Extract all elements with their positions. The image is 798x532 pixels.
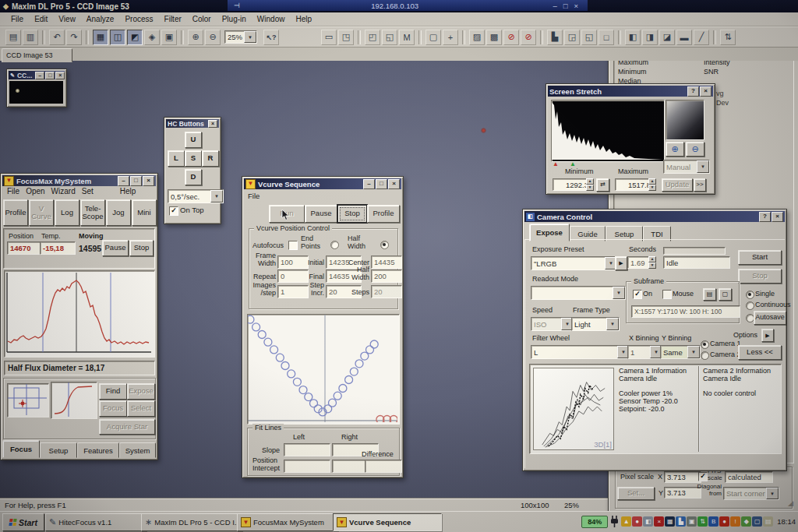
taskbar-task-1[interactable]: ✎HitecFocus v1.1 — [45, 513, 147, 531]
filter-wheel-combo[interactable]: L ▼ — [531, 345, 630, 359]
menu-window[interactable]: Window — [252, 14, 290, 24]
antivirus-shield-icon[interactable]: ▲ — [621, 516, 631, 527]
minimum-slider-marker[interactable]: ▲ — [553, 160, 559, 167]
vcurve-menu-file[interactable]: File — [248, 192, 260, 200]
page-flip-icon[interactable]: ◱ — [382, 30, 397, 45]
center-field[interactable]: 14435 — [371, 255, 402, 269]
page-copy-icon[interactable]: ◰ — [365, 30, 380, 45]
layer-back-icon[interactable]: ◱ — [581, 30, 597, 45]
seconds-spinner[interactable]: ▲▼ — [648, 256, 656, 269]
magnitude-icon[interactable]: M — [399, 30, 415, 45]
stop-button[interactable]: Stop — [738, 269, 782, 284]
signal-icon[interactable]: ▙ — [676, 516, 686, 527]
camera2-radio[interactable] — [701, 351, 709, 360]
close-icon[interactable]: × — [388, 179, 400, 189]
readout-mode-combo[interactable]: ▼ — [531, 286, 626, 300]
difference-field[interactable] — [365, 460, 402, 473]
taskbar-task-4[interactable]: ▼Vcurve Sequence — [333, 513, 442, 531]
flatten-icon[interactable]: ▬ — [676, 30, 692, 45]
maximize-icon[interactable]: □ — [45, 72, 55, 79]
stop-button[interactable]: Stop — [337, 205, 367, 223]
start-corner-combo[interactable]: Start corner ▼ — [723, 487, 779, 500]
vpn-icon[interactable]: ◆ — [741, 516, 751, 527]
fits-scale-checkbox[interactable]: ✓ — [698, 472, 708, 481]
histogram-icon[interactable]: ▙ — [547, 30, 563, 45]
night-vision-icon[interactable]: ◩ — [127, 30, 143, 45]
save-icon[interactable]: ▥ — [23, 30, 38, 45]
camera1-radio[interactable] — [701, 340, 709, 349]
minimize-icon[interactable]: – — [35, 72, 44, 79]
menu-analyze[interactable]: Analyze — [82, 14, 119, 24]
maximum-spinner[interactable]: ▲▼ — [648, 178, 656, 191]
pin-icon[interactable]: ⊣ — [234, 2, 240, 9]
options-menu-button[interactable]: ▶ — [761, 329, 774, 342]
zoom-in-icon[interactable]: ⊕ — [666, 142, 684, 157]
minimum-spinner[interactable]: ▲▼ — [586, 178, 594, 191]
tile-windows-icon[interactable]: ◳ — [338, 30, 354, 45]
on-top-checkbox[interactable]: ✓ — [169, 206, 178, 216]
stretch-mode-combo[interactable]: Manual ▼ — [663, 160, 710, 174]
sync-icon[interactable]: ⇅ — [697, 516, 708, 527]
menu-filter[interactable]: Filter — [160, 14, 186, 24]
single-radio[interactable] — [746, 291, 754, 299]
expand-button[interactable]: >> — [694, 178, 706, 192]
display-icon[interactable]: ▢ — [752, 516, 762, 527]
close-icon[interactable]: × — [208, 120, 217, 128]
minimize-icon[interactable]: – — [549, 2, 560, 10]
screen-right-icon[interactable]: ◨ — [642, 30, 658, 45]
focusmax-tab-system[interactable]: System — [119, 442, 156, 458]
subframe-on-checkbox[interactable]: ✓ — [633, 290, 642, 299]
x-binning-combo[interactable]: 1 ▼ — [627, 345, 663, 359]
pause-button[interactable]: Pause — [305, 205, 337, 223]
menu-help[interactable]: Help — [291, 14, 316, 24]
audio-icon[interactable]: ◧ — [643, 516, 653, 527]
grid-icon[interactable]: ▩ — [486, 30, 502, 45]
slope-left-field[interactable] — [284, 443, 330, 456]
half-width-radio[interactable] — [380, 241, 389, 249]
hc-right-button[interactable]: R — [202, 150, 219, 167]
restore-icon[interactable]: □ — [560, 2, 571, 10]
screen-corner-icon[interactable]: ◪ — [659, 30, 675, 45]
start-button[interactable]: Start — [738, 250, 782, 265]
remote-viewer-bar[interactable]: ⊣ 192.168.0.103 – □ × — [228, 0, 588, 11]
taskbar-task-2[interactable]: ∗MaxIm DL Pro 5 - CCD I... — [141, 513, 242, 531]
ccd-thumb-image[interactable] — [9, 81, 63, 104]
set-button[interactable]: Set... — [617, 487, 655, 500]
menu-plug-in[interactable]: Plug-in — [217, 14, 251, 24]
hc-up-button[interactable]: U — [185, 132, 202, 148]
hc-left-button[interactable]: L — [168, 150, 185, 167]
screen-stretch-icon[interactable]: ▦ — [93, 30, 108, 45]
less-button[interactable]: Less << — [738, 345, 782, 360]
menu-view[interactable]: View — [54, 14, 80, 24]
chevron-down-icon[interactable]: ▼ — [244, 31, 256, 43]
screen-stretch-titlebar[interactable]: Screen Stretch ? × — [548, 86, 713, 97]
display-mode-icon[interactable]: ◫ — [110, 30, 125, 45]
bluetooth-icon[interactable]: B — [708, 516, 719, 527]
swap-button[interactable]: ⇄ — [596, 178, 609, 192]
frame-type-combo[interactable]: Light ▼ — [571, 317, 620, 331]
zoom-level-combo[interactable]: 25% ▼ — [224, 30, 257, 44]
new-document-icon[interactable]: ▢ — [425, 30, 441, 45]
continuous-radio[interactable] — [746, 301, 754, 310]
histogram[interactable] — [551, 100, 665, 162]
y-binning-combo[interactable]: Same ▼ — [660, 345, 701, 359]
tab-ccd-image-53[interactable]: CCD Image 53 — [2, 48, 72, 62]
start-button[interactable]: Start — [2, 513, 44, 531]
no-track-icon[interactable]: ⊘ — [503, 30, 519, 45]
half-width-field[interactable]: 200 — [371, 270, 402, 283]
end-points-radio[interactable] — [330, 241, 339, 249]
help-icon[interactable]: ? — [687, 86, 699, 97]
menu-edit[interactable]: Edit — [30, 14, 52, 24]
exposure-preset-combo[interactable]: "LRGB ▼ — [531, 256, 618, 270]
power-plug-icon[interactable] — [609, 516, 620, 527]
hc-down-button[interactable]: D — [185, 169, 202, 185]
context-help-icon[interactable]: ↖? — [263, 30, 279, 45]
open-icon[interactable]: ▤ — [5, 30, 21, 45]
focusmax-tab-features[interactable]: Features — [77, 442, 119, 458]
clean-icon[interactable]: ▨ — [469, 30, 485, 45]
menu-process[interactable]: Process — [120, 14, 157, 24]
line-profile-icon[interactable]: ▭ — [321, 30, 337, 45]
resize-grip[interactable]: ◢ — [788, 499, 793, 507]
subframe-full-icon[interactable]: ▢ — [719, 288, 732, 301]
undo-icon[interactable]: ↶ — [49, 30, 65, 45]
